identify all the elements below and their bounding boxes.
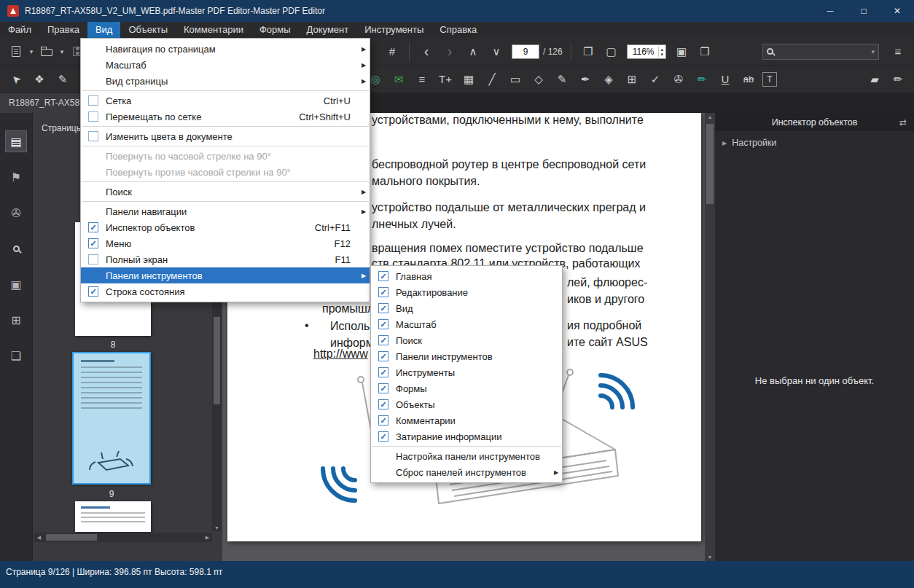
toolbars-submenu-item[interactable]: ✓Поиск xyxy=(371,332,562,348)
toolbars-submenu-item[interactable]: ✓Объекты xyxy=(371,396,562,412)
search-panel-button[interactable] xyxy=(5,238,27,259)
panel-detach-icon[interactable]: ⇄ xyxy=(899,117,907,128)
copies-panel-button[interactable]: ❏ xyxy=(5,345,27,366)
view-menu-item[interactable]: СеткаCtrl+U xyxy=(81,93,370,109)
new-document-options-icon[interactable]: ▾ xyxy=(28,42,35,61)
view-menu-item[interactable]: Перемещать по сеткеCtrl+Shift+U xyxy=(81,109,370,125)
scroll-down-button[interactable]: ▼ xyxy=(212,525,222,530)
zoom-control[interactable]: 116% ▴ ▾ xyxy=(627,44,666,59)
scroll-up-button[interactable]: ▲ xyxy=(705,114,715,119)
toolbars-submenu-item[interactable]: ✓Затирание информации xyxy=(371,428,562,444)
highlight-tool-icon[interactable]: ✏ xyxy=(692,70,711,89)
minimize-button[interactable]: ─ xyxy=(813,0,847,22)
fit-width-icon[interactable]: ❒ xyxy=(695,42,714,61)
menubar-item[interactable]: Формы xyxy=(251,22,299,38)
pen-tool-icon[interactable]: ✎ xyxy=(552,70,571,89)
document-link[interactable]: http://www xyxy=(313,348,368,361)
toolbars-submenu-item[interactable]: ✓Панели инструментов xyxy=(371,348,562,364)
scrollbar-thumb[interactable] xyxy=(46,534,97,541)
scroll-down-button[interactable]: ▼ xyxy=(705,554,715,560)
toolbars-submenu-item[interactable]: Настройка панели инструментов xyxy=(371,448,562,464)
menubar-item[interactable]: Инструменты xyxy=(356,22,431,38)
stamp-tool-icon[interactable]: ◈ xyxy=(599,70,618,89)
edit-text-tool-icon[interactable]: ✎ xyxy=(53,70,72,89)
tree-expand-icon[interactable]: ▶ xyxy=(722,140,727,146)
toolbar-menu-button[interactable]: ≡ xyxy=(888,42,907,61)
scrollbar-thumb[interactable] xyxy=(706,124,714,204)
layers-panel-button[interactable]: ▣ xyxy=(5,273,27,295)
toolbars-submenu-item[interactable]: ✓Формы xyxy=(371,380,562,396)
eraser-tool-icon[interactable]: ▰ xyxy=(865,70,884,89)
crop-page-icon[interactable]: ▢ xyxy=(602,42,621,61)
view-menu-item[interactable]: Панели инструментов▶ xyxy=(81,267,370,283)
toolbars-submenu-item[interactable]: ✓Вид xyxy=(371,300,562,316)
toolbars-submenu-item[interactable]: ✓Масштаб xyxy=(371,316,562,332)
open-document-icon[interactable] xyxy=(37,42,56,61)
add-text-tool-icon[interactable]: T+ xyxy=(436,70,455,89)
menubar-item[interactable]: Справка xyxy=(431,22,485,38)
zoom-decrease-icon[interactable]: ▾ xyxy=(661,52,664,57)
view-menu-item[interactable]: Панели навигации▶ xyxy=(81,203,370,219)
view-menu-item[interactable]: Масштаб▶ xyxy=(81,57,370,73)
check-mark-tool-icon[interactable]: ✓ xyxy=(646,70,665,89)
edit-document-tool-icon[interactable]: ❖ xyxy=(30,70,49,89)
select-tool-icon[interactable]: ➤ xyxy=(3,66,30,93)
new-document-icon[interactable] xyxy=(7,42,26,61)
polygon-tool-icon[interactable]: ◇ xyxy=(529,70,548,89)
scroll-left-button[interactable]: ◀ xyxy=(34,535,44,541)
view-menu-item[interactable]: ✓МенюF12 xyxy=(81,235,370,251)
view-menu-item[interactable]: Вид страницы▶ xyxy=(81,73,370,89)
form-field-tool-icon[interactable]: ⊞ xyxy=(622,70,641,89)
toolbars-submenu-item[interactable]: Сброс панелей инструментов▶ xyxy=(371,464,562,480)
search-options-caret-icon[interactable]: ▾ xyxy=(871,48,875,55)
line-tool-icon[interactable]: ╱ xyxy=(483,70,501,89)
view-menu-item[interactable]: Навигация по страницам▶ xyxy=(81,41,370,57)
menubar-item[interactable]: Документ xyxy=(299,22,357,38)
menubar-item[interactable]: Файл xyxy=(0,22,39,38)
menubar-item[interactable]: Правка xyxy=(39,22,87,38)
toolbars-submenu-item[interactable]: ✓Инструменты xyxy=(371,364,562,380)
next-page-icon[interactable]: ∨ xyxy=(487,42,506,61)
zoom-increase-icon[interactable]: ▴ xyxy=(661,47,664,52)
menubar-item[interactable]: Комментарии xyxy=(176,22,251,38)
view-menu-item[interactable]: ✓Инспектор объектовCtrl+F11 xyxy=(81,219,370,235)
maximize-button[interactable]: □ xyxy=(847,0,880,22)
open-document-options-icon[interactable]: ▾ xyxy=(58,42,66,61)
zoom-spinner[interactable]: ▴ ▾ xyxy=(658,47,664,57)
scrollbar-track[interactable] xyxy=(44,534,202,541)
view-menu-item[interactable]: Поиск▶ xyxy=(81,184,370,200)
document-vertical-scrollbar[interactable]: ▲ ▼ xyxy=(705,113,715,561)
scroll-right-button[interactable]: ▶ xyxy=(203,535,212,541)
snap-to-grid-icon[interactable]: # xyxy=(383,42,402,61)
history-back-icon[interactable]: ‹ xyxy=(417,42,436,61)
toolbars-submenu-item[interactable]: ✓Комментарии xyxy=(371,412,562,428)
close-button[interactable]: ✕ xyxy=(880,0,914,22)
page-number-input[interactable] xyxy=(512,44,539,59)
underline-tool-icon[interactable]: U xyxy=(716,70,735,89)
page-thumbnail-10[interactable] xyxy=(75,501,151,532)
bookmarks-panel-button[interactable]: ⚑ xyxy=(5,166,27,188)
menubar-item[interactable]: Объекты xyxy=(120,22,176,38)
history-forward-icon[interactable]: › xyxy=(440,42,459,61)
rectangle-tool-icon[interactable]: ▭ xyxy=(506,70,525,89)
page-layout-icon[interactable]: ❐ xyxy=(579,42,598,61)
note-tool-icon[interactable]: ✉ xyxy=(389,70,408,89)
text-box-tool-icon[interactable]: T xyxy=(762,72,777,87)
tree-item-settings[interactable]: ▶ Настройки xyxy=(715,131,914,154)
search-box[interactable]: ▾ xyxy=(762,44,879,60)
view-menu-item[interactable]: Полный экранF11 xyxy=(81,251,370,267)
attachments-panel-button[interactable]: ✇ xyxy=(5,202,27,224)
toolbars-submenu-item[interactable]: ✓Главная xyxy=(371,268,562,284)
previous-page-icon[interactable]: ∧ xyxy=(464,42,483,61)
strikeout-tool-icon[interactable]: ab xyxy=(739,70,758,89)
view-menu-item[interactable]: Изменить цвета в документе xyxy=(81,128,370,144)
fit-page-icon[interactable]: ▣ xyxy=(672,42,691,61)
text-style-tool-icon[interactable]: ≡ xyxy=(413,70,431,89)
search-input[interactable] xyxy=(777,46,867,58)
toolbars-submenu-item[interactable]: ✓Редактирование xyxy=(371,284,562,300)
page-thumbnail-9-selected[interactable] xyxy=(72,352,151,485)
view-menu-item[interactable]: ✓Строка состояния xyxy=(81,283,370,299)
attach-file-tool-icon[interactable]: ✇ xyxy=(669,70,688,89)
pages-panel-button[interactable]: ▤ xyxy=(5,130,27,152)
form-fields-panel-button[interactable]: ⊞ xyxy=(5,309,27,331)
